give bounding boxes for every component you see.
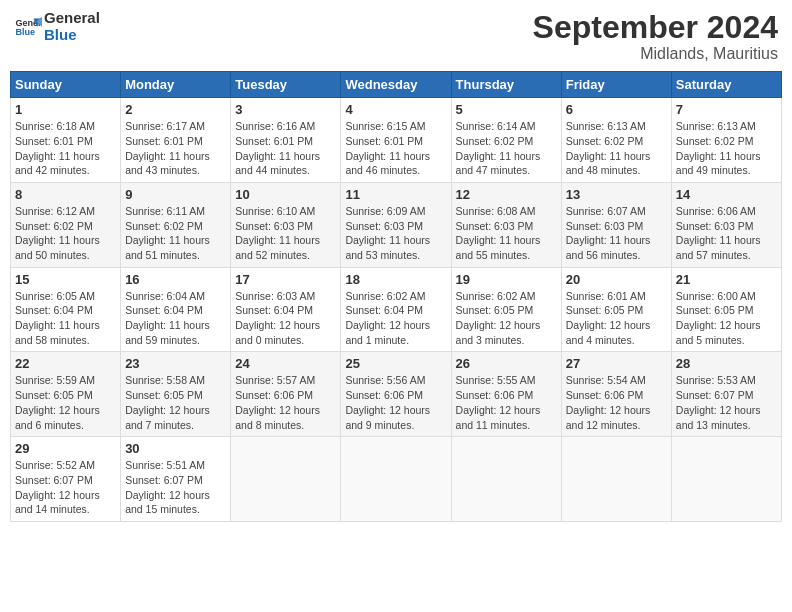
day-info: Sunrise: 6:15 AM Sunset: 6:01 PM Dayligh… <box>345 119 446 178</box>
calendar-cell <box>341 437 451 522</box>
calendar-cell: 3Sunrise: 6:16 AM Sunset: 6:01 PM Daylig… <box>231 98 341 183</box>
page-header: General Blue General Blue September 2024… <box>10 10 782 63</box>
day-number: 4 <box>345 102 446 117</box>
calendar-cell: 13Sunrise: 6:07 AM Sunset: 6:03 PM Dayli… <box>561 182 671 267</box>
calendar-cell: 15Sunrise: 6:05 AM Sunset: 6:04 PM Dayli… <box>11 267 121 352</box>
month-title: September 2024 <box>533 10 778 45</box>
day-number: 20 <box>566 272 667 287</box>
logo: General Blue General Blue <box>14 10 100 43</box>
day-info: Sunrise: 5:57 AM Sunset: 6:06 PM Dayligh… <box>235 373 336 432</box>
day-info: Sunrise: 5:59 AM Sunset: 6:05 PM Dayligh… <box>15 373 116 432</box>
logo-icon: General Blue <box>14 13 42 41</box>
calendar-cell <box>671 437 781 522</box>
weekday-header-monday: Monday <box>121 72 231 98</box>
day-number: 21 <box>676 272 777 287</box>
weekday-header-saturday: Saturday <box>671 72 781 98</box>
calendar-cell: 28Sunrise: 5:53 AM Sunset: 6:07 PM Dayli… <box>671 352 781 437</box>
day-info: Sunrise: 6:16 AM Sunset: 6:01 PM Dayligh… <box>235 119 336 178</box>
day-number: 24 <box>235 356 336 371</box>
week-row-4: 22Sunrise: 5:59 AM Sunset: 6:05 PM Dayli… <box>11 352 782 437</box>
day-info: Sunrise: 6:03 AM Sunset: 6:04 PM Dayligh… <box>235 289 336 348</box>
day-info: Sunrise: 5:55 AM Sunset: 6:06 PM Dayligh… <box>456 373 557 432</box>
day-info: Sunrise: 6:00 AM Sunset: 6:05 PM Dayligh… <box>676 289 777 348</box>
weekday-header-tuesday: Tuesday <box>231 72 341 98</box>
day-info: Sunrise: 5:58 AM Sunset: 6:05 PM Dayligh… <box>125 373 226 432</box>
day-info: Sunrise: 5:54 AM Sunset: 6:06 PM Dayligh… <box>566 373 667 432</box>
weekday-header-row: SundayMondayTuesdayWednesdayThursdayFrid… <box>11 72 782 98</box>
logo-text-blue: Blue <box>44 27 100 44</box>
calendar-cell: 29Sunrise: 5:52 AM Sunset: 6:07 PM Dayli… <box>11 437 121 522</box>
calendar-cell <box>451 437 561 522</box>
calendar-cell: 9Sunrise: 6:11 AM Sunset: 6:02 PM Daylig… <box>121 182 231 267</box>
day-info: Sunrise: 5:56 AM Sunset: 6:06 PM Dayligh… <box>345 373 446 432</box>
calendar-cell: 25Sunrise: 5:56 AM Sunset: 6:06 PM Dayli… <box>341 352 451 437</box>
day-info: Sunrise: 6:13 AM Sunset: 6:02 PM Dayligh… <box>566 119 667 178</box>
calendar-cell: 30Sunrise: 5:51 AM Sunset: 6:07 PM Dayli… <box>121 437 231 522</box>
day-number: 11 <box>345 187 446 202</box>
day-number: 25 <box>345 356 446 371</box>
calendar-cell: 23Sunrise: 5:58 AM Sunset: 6:05 PM Dayli… <box>121 352 231 437</box>
day-number: 28 <box>676 356 777 371</box>
calendar-cell <box>231 437 341 522</box>
day-info: Sunrise: 6:08 AM Sunset: 6:03 PM Dayligh… <box>456 204 557 263</box>
day-info: Sunrise: 6:17 AM Sunset: 6:01 PM Dayligh… <box>125 119 226 178</box>
week-row-3: 15Sunrise: 6:05 AM Sunset: 6:04 PM Dayli… <box>11 267 782 352</box>
day-info: Sunrise: 6:14 AM Sunset: 6:02 PM Dayligh… <box>456 119 557 178</box>
day-number: 30 <box>125 441 226 456</box>
calendar-cell: 17Sunrise: 6:03 AM Sunset: 6:04 PM Dayli… <box>231 267 341 352</box>
day-info: Sunrise: 6:01 AM Sunset: 6:05 PM Dayligh… <box>566 289 667 348</box>
day-number: 18 <box>345 272 446 287</box>
week-row-2: 8Sunrise: 6:12 AM Sunset: 6:02 PM Daylig… <box>11 182 782 267</box>
day-info: Sunrise: 6:10 AM Sunset: 6:03 PM Dayligh… <box>235 204 336 263</box>
day-number: 26 <box>456 356 557 371</box>
day-number: 15 <box>15 272 116 287</box>
calendar-cell: 20Sunrise: 6:01 AM Sunset: 6:05 PM Dayli… <box>561 267 671 352</box>
calendar-cell: 24Sunrise: 5:57 AM Sunset: 6:06 PM Dayli… <box>231 352 341 437</box>
day-number: 3 <box>235 102 336 117</box>
calendar-cell: 22Sunrise: 5:59 AM Sunset: 6:05 PM Dayli… <box>11 352 121 437</box>
title-section: September 2024 Midlands, Mauritius <box>533 10 778 63</box>
day-number: 16 <box>125 272 226 287</box>
day-number: 19 <box>456 272 557 287</box>
week-row-5: 29Sunrise: 5:52 AM Sunset: 6:07 PM Dayli… <box>11 437 782 522</box>
svg-text:Blue: Blue <box>15 27 35 37</box>
day-number: 13 <box>566 187 667 202</box>
calendar-cell: 11Sunrise: 6:09 AM Sunset: 6:03 PM Dayli… <box>341 182 451 267</box>
calendar-cell: 27Sunrise: 5:54 AM Sunset: 6:06 PM Dayli… <box>561 352 671 437</box>
calendar-cell: 2Sunrise: 6:17 AM Sunset: 6:01 PM Daylig… <box>121 98 231 183</box>
day-info: Sunrise: 6:04 AM Sunset: 6:04 PM Dayligh… <box>125 289 226 348</box>
day-number: 8 <box>15 187 116 202</box>
day-info: Sunrise: 5:51 AM Sunset: 6:07 PM Dayligh… <box>125 458 226 517</box>
day-number: 2 <box>125 102 226 117</box>
day-number: 29 <box>15 441 116 456</box>
calendar-cell: 18Sunrise: 6:02 AM Sunset: 6:04 PM Dayli… <box>341 267 451 352</box>
day-info: Sunrise: 6:09 AM Sunset: 6:03 PM Dayligh… <box>345 204 446 263</box>
day-number: 27 <box>566 356 667 371</box>
calendar-cell: 14Sunrise: 6:06 AM Sunset: 6:03 PM Dayli… <box>671 182 781 267</box>
calendar-cell: 19Sunrise: 6:02 AM Sunset: 6:05 PM Dayli… <box>451 267 561 352</box>
day-number: 10 <box>235 187 336 202</box>
day-number: 7 <box>676 102 777 117</box>
weekday-header-sunday: Sunday <box>11 72 121 98</box>
day-info: Sunrise: 6:02 AM Sunset: 6:04 PM Dayligh… <box>345 289 446 348</box>
calendar-cell: 1Sunrise: 6:18 AM Sunset: 6:01 PM Daylig… <box>11 98 121 183</box>
calendar-cell: 4Sunrise: 6:15 AM Sunset: 6:01 PM Daylig… <box>341 98 451 183</box>
calendar-cell: 26Sunrise: 5:55 AM Sunset: 6:06 PM Dayli… <box>451 352 561 437</box>
weekday-header-thursday: Thursday <box>451 72 561 98</box>
day-number: 1 <box>15 102 116 117</box>
day-info: Sunrise: 6:13 AM Sunset: 6:02 PM Dayligh… <box>676 119 777 178</box>
day-info: Sunrise: 5:52 AM Sunset: 6:07 PM Dayligh… <box>15 458 116 517</box>
calendar-cell <box>561 437 671 522</box>
day-info: Sunrise: 6:06 AM Sunset: 6:03 PM Dayligh… <box>676 204 777 263</box>
calendar-cell: 10Sunrise: 6:10 AM Sunset: 6:03 PM Dayli… <box>231 182 341 267</box>
day-number: 6 <box>566 102 667 117</box>
day-info: Sunrise: 6:18 AM Sunset: 6:01 PM Dayligh… <box>15 119 116 178</box>
day-number: 17 <box>235 272 336 287</box>
day-number: 23 <box>125 356 226 371</box>
day-info: Sunrise: 6:02 AM Sunset: 6:05 PM Dayligh… <box>456 289 557 348</box>
calendar-cell: 5Sunrise: 6:14 AM Sunset: 6:02 PM Daylig… <box>451 98 561 183</box>
calendar-cell: 21Sunrise: 6:00 AM Sunset: 6:05 PM Dayli… <box>671 267 781 352</box>
calendar-cell: 16Sunrise: 6:04 AM Sunset: 6:04 PM Dayli… <box>121 267 231 352</box>
day-number: 5 <box>456 102 557 117</box>
calendar-cell: 7Sunrise: 6:13 AM Sunset: 6:02 PM Daylig… <box>671 98 781 183</box>
